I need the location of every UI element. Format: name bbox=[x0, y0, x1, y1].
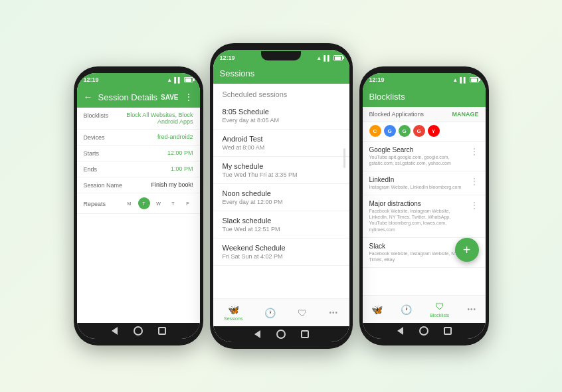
app-bar-center: Sessions bbox=[213, 63, 349, 84]
nav-bar-right bbox=[363, 323, 486, 339]
session-item-2[interactable]: My schedule Tue Wed Thu Fri at 3:35 PM bbox=[213, 157, 349, 184]
blocklist-item-3-title: Slack bbox=[369, 243, 467, 250]
session-item-1-title: Android Test bbox=[223, 135, 340, 143]
nav-recent-right[interactable] bbox=[442, 326, 453, 336]
wifi-icon-right: ▲ bbox=[452, 77, 458, 83]
blocklist-item-1-subtitle: Instagram Website, LinkedIn bloomberg.co… bbox=[369, 184, 467, 190]
devices-value: fred-android2 bbox=[124, 134, 193, 140]
day-mon[interactable]: M bbox=[124, 197, 136, 209]
session-item-4[interactable]: Slack schedule Tue Wed at 12:51 PM bbox=[213, 211, 349, 239]
blocklists-row: Blocklists Block All Websites, Block And… bbox=[77, 108, 200, 130]
session-item-3-title: Noon schedule bbox=[223, 189, 340, 197]
session-name-value: Finish my book! bbox=[124, 181, 193, 188]
nav-back-right[interactable] bbox=[395, 326, 405, 336]
nav-recent-left[interactable] bbox=[157, 326, 167, 336]
app-icon-chrome: C bbox=[369, 125, 381, 137]
blocklist-more-0[interactable]: ⋮ bbox=[470, 146, 479, 157]
manage-button[interactable]: MANAGE bbox=[452, 111, 479, 118]
app-icon-youtube: Y bbox=[428, 125, 440, 137]
blocklists-icon-right: 🛡 bbox=[435, 301, 444, 312]
blocklist-item-1[interactable]: LinkedIn Instagram Website, LinkedIn blo… bbox=[363, 171, 486, 195]
signal-icon-center: ▌▌ bbox=[324, 55, 331, 61]
blocklist-item-0-content: Google Search YouTube apit.google.com, g… bbox=[369, 146, 467, 166]
nav-sessions-right[interactable]: 🦋 bbox=[371, 304, 383, 315]
battery-icon-right bbox=[470, 77, 479, 82]
blocklist-more-1[interactable]: ⋮ bbox=[470, 176, 479, 187]
starts-value: 12:00 PM bbox=[124, 149, 193, 156]
scheduled-sessions-header: Scheduled sessions bbox=[213, 84, 349, 102]
nav-home-center[interactable] bbox=[276, 329, 286, 340]
status-icons-center: ▲ ▌▌ bbox=[316, 55, 342, 61]
blocklist-item-0-title: Google Search bbox=[369, 146, 467, 153]
app-icon-maps: G bbox=[413, 125, 425, 137]
sessions-label: Sessions bbox=[224, 316, 242, 321]
day-fri[interactable]: F bbox=[182, 197, 194, 209]
blocklist-more-2[interactable]: ⋮ bbox=[470, 200, 479, 211]
session-item-0[interactable]: 8:05 Schedule Every day at 8:05 AM bbox=[213, 102, 349, 130]
clock-icon-right: 🕐 bbox=[401, 304, 412, 315]
more-button-left[interactable]: ⋮ bbox=[184, 92, 193, 102]
nav-more-center[interactable]: ••• bbox=[329, 309, 338, 316]
day-tue[interactable]: T bbox=[138, 197, 150, 209]
phone-left-screen: 12:19 ▲ ▌▌ ← Session Details SAVE ⋮ Bloc… bbox=[77, 73, 200, 339]
day-thu[interactable]: T bbox=[167, 197, 179, 209]
wifi-icon-center: ▲ bbox=[316, 55, 322, 61]
blocklists-nav-label: Blocklists bbox=[430, 313, 449, 318]
status-icons-right: ▲ ▌▌ bbox=[452, 77, 478, 83]
ends-value: 1:00 PM bbox=[124, 165, 193, 172]
nav-back-center[interactable] bbox=[252, 329, 262, 340]
session-item-4-subtitle: Tue Wed at 12:51 PM bbox=[223, 226, 340, 233]
blocklist-item-2-subtitle: Facebook Website, Instagram Website, Lin… bbox=[369, 208, 467, 232]
day-sat[interactable]: S bbox=[197, 197, 200, 209]
bottom-nav-center: 🦋 Sessions 🕐 🛡 ••• bbox=[213, 298, 349, 326]
session-item-3[interactable]: Noon schedule Every day at 12:00 PM bbox=[213, 184, 349, 211]
back-button-left[interactable]: ← bbox=[84, 92, 93, 102]
nav-more-right[interactable]: ••• bbox=[467, 306, 476, 313]
clock-icon: 🕐 bbox=[264, 308, 276, 318]
day-wed[interactable]: W bbox=[153, 197, 165, 209]
nav-clock[interactable]: 🕐 bbox=[264, 308, 276, 318]
phones-container: 12:19 ▲ ▌▌ ← Session Details SAVE ⋮ Bloc… bbox=[9, 43, 553, 349]
battery-icon-left bbox=[184, 77, 193, 82]
fab-button[interactable]: + bbox=[455, 238, 479, 262]
blocklist-item-0[interactable]: Google Search YouTube apit.google.com, g… bbox=[363, 142, 486, 171]
ends-row: Ends 1:00 PM bbox=[77, 161, 200, 177]
devices-row: Devices fred-android2 bbox=[77, 130, 200, 146]
app-title-right: Blocklists bbox=[369, 92, 479, 102]
session-item-4-title: Slack schedule bbox=[223, 217, 340, 225]
app-icons-row: C G G G Y bbox=[363, 122, 486, 142]
nav-clock-right[interactable]: 🕐 bbox=[401, 304, 412, 315]
session-item-3-subtitle: Every day at 12:00 PM bbox=[223, 199, 340, 205]
blocklist-item-2[interactable]: Major distractions Facebook Website, Ins… bbox=[363, 195, 486, 237]
ends-label: Ends bbox=[84, 165, 124, 173]
fab-plus-icon: + bbox=[463, 243, 471, 256]
sessions-icon-right: 🦋 bbox=[371, 304, 383, 315]
more-icon-right: ••• bbox=[467, 306, 476, 313]
app-bar-left: ← Session Details SAVE ⋮ bbox=[77, 86, 200, 108]
nav-recent-center[interactable] bbox=[300, 329, 310, 340]
wifi-icon-left: ▲ bbox=[167, 77, 172, 83]
session-item-1-subtitle: Wed at 8:00 AM bbox=[223, 144, 340, 151]
session-item-0-subtitle: Every day at 8:05 AM bbox=[223, 117, 340, 124]
phone-notch-center bbox=[261, 51, 301, 60]
nav-bar-center bbox=[213, 326, 349, 342]
status-time-right: 12:19 bbox=[369, 76, 385, 83]
sessions-icon: 🦋 bbox=[228, 304, 239, 315]
blocklist-item-2-content: Major distractions Facebook Website, Ins… bbox=[369, 200, 467, 232]
blocklists-value: Block All Websites, Block Android Apps bbox=[124, 112, 193, 125]
battery-icon-center bbox=[333, 55, 343, 60]
nav-blocklists-right[interactable]: 🛡 Blocklists bbox=[430, 301, 449, 318]
session-item-5[interactable]: Weekend Schedule Fri Sat Sun at 4:02 PM bbox=[213, 239, 349, 266]
save-button-left[interactable]: SAVE bbox=[161, 94, 179, 101]
bottom-nav-right: 🦋 🕐 🛡 Blocklists ••• bbox=[363, 295, 486, 323]
nav-shield[interactable]: 🛡 bbox=[298, 308, 307, 318]
session-item-1[interactable]: Android Test Wed at 8:00 AM bbox=[213, 130, 349, 157]
nav-home-right[interactable] bbox=[419, 326, 429, 336]
nav-back-left[interactable] bbox=[109, 326, 120, 336]
app-icon-google: G bbox=[384, 125, 396, 137]
blocklist-item-1-content: LinkedIn Instagram Website, LinkedIn blo… bbox=[369, 176, 467, 190]
nav-sessions[interactable]: 🦋 Sessions bbox=[224, 304, 242, 321]
shield-icon: 🛡 bbox=[298, 308, 307, 318]
starts-row: Starts 12:00 PM bbox=[77, 146, 200, 161]
nav-home-left[interactable] bbox=[133, 326, 143, 336]
